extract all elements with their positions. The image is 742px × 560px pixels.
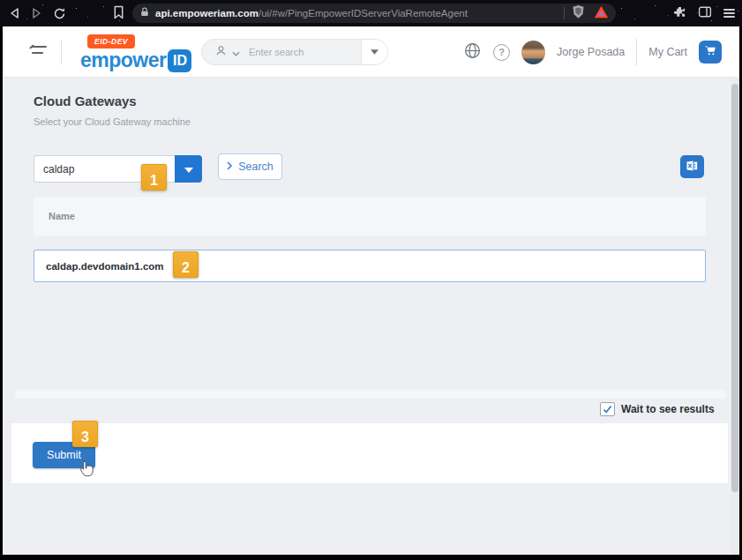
user-name[interactable]: Jorge Posada	[557, 46, 625, 58]
browser-menu-icon[interactable]	[723, 7, 735, 19]
search-button[interactable]: Search	[218, 153, 282, 180]
environment-badge: EID-DEV	[87, 34, 135, 49]
table-row[interactable]: caldap.devdomain1.com	[34, 250, 706, 282]
screenshot-root: api.empoweriam.com/ui/#w/PingEmpowerIDSe…	[0, 0, 742, 560]
bookmark-icon[interactable]	[113, 5, 124, 23]
chevron-down-icon	[232, 44, 240, 60]
refresh-icon[interactable]	[53, 7, 66, 20]
scrollbar-thumb[interactable]	[731, 84, 738, 492]
dropdown-caret-icon	[184, 162, 193, 175]
page-title: Cloud Gateways	[34, 93, 137, 108]
panel-edge-strip	[15, 390, 726, 399]
wait-to-see-results-option[interactable]: Wait to see results	[600, 402, 715, 416]
globe-icon[interactable]	[463, 41, 482, 63]
my-cart-label[interactable]: My Cart	[648, 46, 687, 58]
address-bar[interactable]: api.empoweriam.com/ui/#w/PingEmpowerIDSe…	[132, 4, 616, 23]
bat-rewards-icon[interactable]	[594, 5, 609, 22]
export-excel-button[interactable]	[680, 155, 704, 178]
cart-icon	[703, 43, 717, 61]
wait-checkbox-check	[603, 401, 612, 417]
nav-toggle-icon[interactable]	[29, 46, 47, 58]
table-header: Name	[34, 197, 706, 235]
brave-shield-icon[interactable]	[572, 4, 585, 23]
wait-checkbox[interactable]	[600, 402, 615, 416]
avatar[interactable]	[521, 41, 545, 64]
wait-checkbox-label: Wait to see results	[621, 403, 715, 415]
step-annotation-1: 1	[141, 164, 167, 190]
footer-bar	[11, 423, 728, 483]
search-dropdown-caret[interactable]	[361, 40, 387, 64]
excel-icon	[685, 159, 700, 175]
logo-id-block: ID	[168, 49, 191, 72]
sidebar-icon[interactable]	[698, 5, 712, 22]
mouse-cursor-icon	[78, 459, 97, 485]
extensions-puzzle-icon[interactable]	[673, 5, 686, 22]
back-icon[interactable]	[9, 7, 20, 19]
browser-toolbar: api.empoweriam.com/ui/#w/PingEmpowerIDSe…	[0, 0, 742, 26]
forward-icon[interactable]	[31, 7, 42, 19]
person-icon	[214, 44, 228, 61]
help-icon[interactable]	[493, 44, 510, 61]
search-button-label: Search	[238, 161, 274, 173]
gateway-dropdown-button[interactable]	[175, 155, 202, 183]
step-annotation-3: 3	[72, 421, 98, 447]
url-text: api.empoweriam.com/ui/#w/PingEmpowerIDSe…	[155, 8, 468, 19]
app-header: EID-DEV empower ID Jorge Posada	[3, 26, 739, 78]
cart-button[interactable]	[699, 41, 722, 63]
logo-wordmark: empower	[80, 49, 166, 72]
address-bar-divider	[564, 7, 565, 19]
starfield-decoration	[0, 0, 1, 1]
chevron-right-icon	[227, 161, 232, 173]
cart-divider	[636, 39, 637, 65]
page-subtitle: Select your Cloud Gateway machine	[34, 116, 191, 127]
search-scope-selector[interactable]	[202, 40, 249, 64]
header-divider	[61, 40, 62, 64]
step-annotation-2: 2	[173, 251, 199, 278]
app-viewport: EID-DEV empower ID Jorge Posada	[3, 26, 739, 555]
search-input[interactable]	[249, 47, 361, 57]
lock-icon	[139, 5, 150, 21]
column-header-name: Name	[49, 211, 75, 221]
empowerid-logo[interactable]: EID-DEV empower ID	[80, 32, 191, 72]
row-gateway-name: caldap.devdomain1.com	[46, 261, 164, 272]
global-search	[201, 39, 388, 65]
